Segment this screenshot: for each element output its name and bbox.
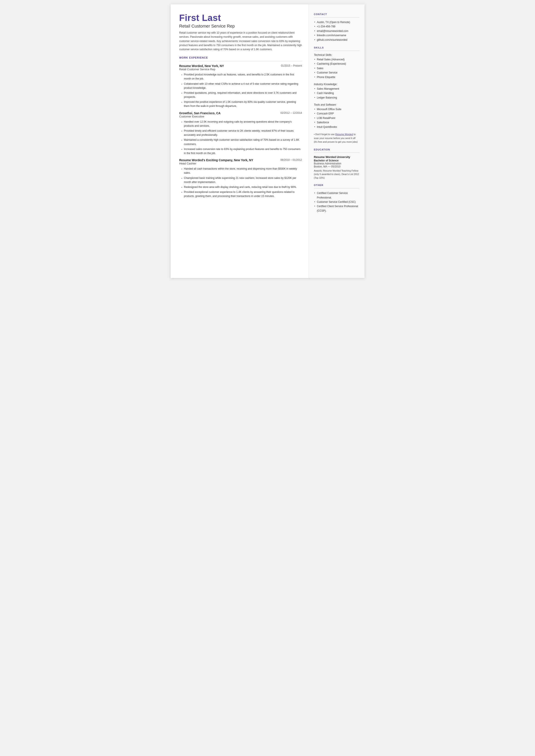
other-heading: OTHER [314, 184, 359, 186]
job-2-dates: 02/2012 – 12/2014 [280, 111, 302, 114]
job-2-bullet-2: Provided timely and efficient customer s… [182, 129, 302, 137]
skill-retail-sales: Retail Sales (Advanced) [314, 57, 359, 62]
work-experience-divider [179, 61, 302, 61]
skill-salesforce: Salesforce [314, 120, 359, 125]
job-1-bullet-4: Improved the positive experience of 1.5K… [182, 100, 302, 108]
edu-awards: Awards: Resume Worded Teaching Fellow (o… [314, 169, 359, 180]
other-item-2: Customer Service Certified (CSC) [314, 200, 359, 204]
skill-cash-handling: Cash Handling [314, 91, 359, 95]
contact-location: Austin, TX (Open to Remote) [314, 20, 359, 24]
job-1-company: Resume Worded, New York, NY [179, 64, 224, 68]
job-1-role: Retail Customer Service Rep [179, 68, 224, 71]
job-2-bullet-1: Handled over 12.5K incoming and outgoing… [182, 120, 302, 128]
job-3-bullet-3: Redesigned the store area with display s… [182, 185, 302, 189]
skill-sales-management: Sales Management [314, 87, 359, 91]
job-2-company: Growthsi, San Francisco, CA [179, 111, 221, 115]
job-2-bullet-4: Increased sales conversion rate to 83% b… [182, 147, 302, 155]
education-section: EDUCATION Resume Worded University Bache… [314, 148, 359, 180]
job-1-bullet-1: Provided product knowledge such as featu… [182, 72, 302, 81]
contact-email: email@resumeworded.com [314, 29, 359, 33]
technical-skills-list: Retail Sales (Advanced) Cashiering (Expe… [314, 57, 359, 79]
skill-lob-retail: LOB RetailPoint [314, 116, 359, 120]
skill-phone-etiquette: Phone Etiquette [314, 75, 359, 79]
skill-cashiering: Cashiering (Experienced) [314, 62, 359, 66]
work-experience-heading: WORK EXPERIENCE [179, 56, 302, 59]
job-3-bullet-4: Provided exceptional customer experience… [182, 190, 302, 198]
technical-skills-label: Technical Skills: [314, 53, 359, 56]
industry-skills-label: Industry Knowledge: [314, 83, 359, 86]
education-heading: EDUCATION [314, 148, 359, 151]
promo-text: • Don't forget to use Resume Worded to s… [314, 132, 359, 144]
job-3-bullet-2: Championed basic training while supervis… [182, 176, 302, 184]
other-item-1: Certified Customer Service Professional. [314, 191, 359, 200]
skill-quickbooks: Intuit QuickBooks [314, 125, 359, 129]
job-1-bullet-3: Provided quotations, pricing, required i… [182, 91, 302, 99]
job-1-dates: 01/2015 – Present [281, 64, 302, 67]
edu-degree: Bachelor of Science [314, 159, 359, 162]
other-item-3: Certified Client Service Professional (C… [314, 204, 359, 213]
job-2-role: Customer Executive [179, 115, 221, 118]
skill-ledger-balancing: Ledger Balancing [314, 96, 359, 100]
job-1-header: Resume Worded, New York, NY Retail Custo… [179, 64, 302, 71]
job-2-bullet-3: Maintained a consistently high customer … [182, 138, 302, 146]
job-3-role: Head Cashier [179, 162, 253, 165]
job-1-bullet-2: Collaborated with 13 other retail CSRs t… [182, 82, 302, 90]
edu-field: Business Administration [314, 162, 359, 165]
job-2: Growthsi, San Francisco, CA Customer Exe… [179, 111, 302, 155]
skill-customer-service: Customer Service [314, 70, 359, 75]
resume-worded-link[interactable]: Resume Worded [335, 133, 353, 136]
job-3-dates: 06/2010 – 01/2012 [280, 158, 302, 161]
candidate-title: Retail Customer Service Rep [179, 24, 302, 29]
skills-section: SKILLS Technical Skills: Retail Sales (A… [314, 46, 359, 144]
other-divider [314, 188, 359, 188]
edu-location: Boston, MA — 05/2010 [314, 165, 359, 168]
contact-phone: +1-234-456-789 [314, 24, 359, 29]
other-list: Certified Customer Service Professional.… [314, 191, 359, 213]
contact-section: CONTACT Austin, TX (Open to Remote) +1-2… [314, 13, 359, 42]
skills-heading: SKILLS [314, 46, 359, 49]
job-2-header: Growthsi, San Francisco, CA Customer Exe… [179, 111, 302, 119]
job-3: Resume Worded's Exciting Company, New Yo… [179, 158, 302, 198]
job-3-company: Resume Worded's Exciting Company, New Yo… [179, 158, 253, 162]
edu-school: Resume Worded University [314, 155, 359, 159]
skill-sales: Sales [314, 66, 359, 70]
job-1: Resume Worded, New York, NY Retail Custo… [179, 64, 302, 108]
job-3-header: Resume Worded's Exciting Company, New Yo… [179, 158, 302, 165]
job-2-bullets: Handled over 12.5K incoming and outgoing… [179, 120, 302, 155]
job-3-bullet-1: Handed all cash transactions within the … [182, 167, 302, 175]
summary-text: Retail customer service rep with 10 year… [179, 31, 302, 51]
contact-list: Austin, TX (Open to Remote) +1-234-456-7… [314, 20, 359, 42]
left-column: First Last Retail Customer Service Rep R… [171, 4, 309, 278]
contact-github: github.com/resumeworded [314, 38, 359, 42]
other-section: OTHER Certified Customer Service Profess… [314, 184, 359, 213]
skill-comcash: Comcash ERP [314, 111, 359, 116]
tools-skills-list: Microsoft Office Suite Comcash ERP LOB R… [314, 107, 359, 129]
job-1-bullets: Provided product knowledge such as featu… [179, 72, 302, 108]
job-3-bullets: Handed all cash transactions within the … [179, 167, 302, 198]
skill-ms-office: Microsoft Office Suite [314, 107, 359, 111]
contact-heading: CONTACT [314, 13, 359, 15]
education-divider [314, 153, 359, 153]
tools-skills-label: Tools and Software: [314, 103, 359, 106]
contact-divider [314, 17, 359, 17]
contact-linkedin: linkedin.com/in/username [314, 33, 359, 38]
resume-page: First Last Retail Customer Service Rep R… [171, 4, 365, 278]
candidate-name: First Last [179, 13, 302, 23]
right-column: CONTACT Austin, TX (Open to Remote) +1-2… [309, 4, 365, 278]
industry-skills-list: Sales Management Cash Handling Ledger Ba… [314, 87, 359, 100]
